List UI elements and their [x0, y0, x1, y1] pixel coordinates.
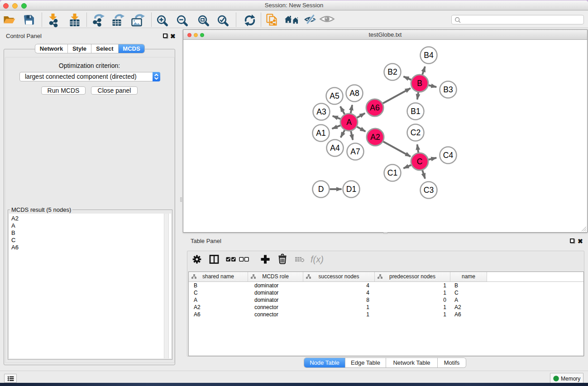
svg-text:A7: A7: [350, 147, 360, 156]
svg-text:B3: B3: [443, 85, 453, 94]
svg-text:A: A: [346, 118, 352, 127]
svg-text:D1: D1: [346, 185, 356, 194]
svg-text:C2: C2: [411, 128, 421, 137]
svg-text:A4: A4: [330, 143, 340, 152]
svg-text:C1: C1: [387, 168, 397, 177]
svg-text:f(x): f(x): [311, 254, 324, 264]
svg-text:A3: A3: [316, 107, 326, 116]
svg-text:B: B: [417, 79, 422, 88]
svg-text:C3: C3: [424, 186, 434, 195]
svg-text:B1: B1: [411, 107, 420, 116]
svg-text:B2: B2: [387, 67, 397, 76]
svg-text:D: D: [318, 185, 324, 194]
svg-text:A2: A2: [370, 133, 380, 142]
svg-text:B4: B4: [424, 51, 434, 60]
svg-text:A1: A1: [316, 129, 325, 138]
svg-text:A5: A5: [330, 91, 339, 100]
svg-text:C: C: [417, 157, 423, 166]
svg-text:A8: A8: [349, 89, 359, 98]
svg-text:C4: C4: [443, 151, 454, 160]
svg-text:A6: A6: [370, 103, 379, 112]
